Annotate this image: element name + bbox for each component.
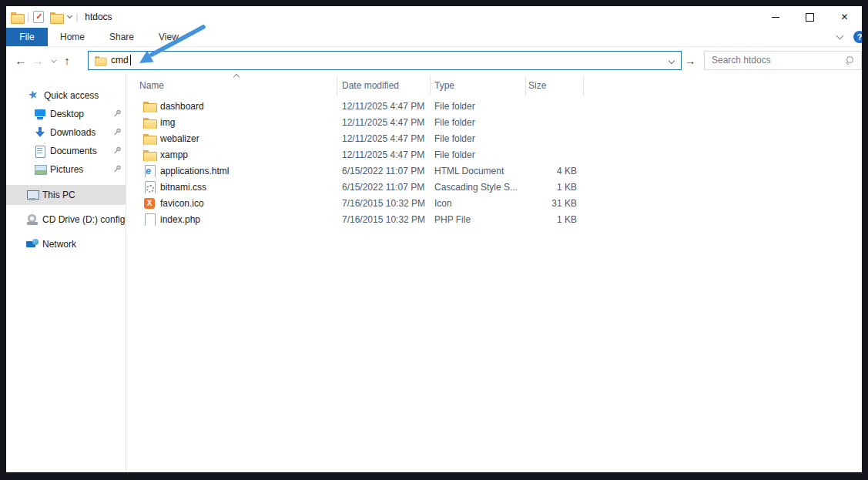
date-modified-cell: 12/11/2025 4:47 PM (337, 117, 431, 128)
sidebar-item-quick-access[interactable]: Quick access (6, 86, 126, 105)
help-icon[interactable]: ? (853, 31, 862, 43)
tab-home[interactable]: Home (48, 28, 97, 46)
column-header-type[interactable]: Type (431, 76, 526, 96)
file-row-dashboard[interactable]: dashboard12/11/2025 4:47 PMFile folder (126, 98, 862, 114)
search-box[interactable]: Search htdocs (704, 51, 862, 70)
date-modified-cell: 12/11/2025 4:47 PM (337, 101, 431, 112)
size-cell: 4 KB (526, 166, 584, 176)
file-row-xampp[interactable]: xampp12/11/2025 4:47 PMFile folder (126, 146, 862, 163)
folder-icon (143, 100, 156, 112)
explorer-window: | | htdocs File Home Share View ? ← → ↑ … (6, 6, 862, 472)
recent-locations-dropdown-icon[interactable] (51, 57, 56, 62)
window-controls (758, 6, 862, 28)
file-row-applications-html[interactable]: applications.html6/15/2022 11:07 PMHTML … (126, 163, 862, 179)
forward-button[interactable]: → (29, 55, 46, 66)
file-row-bitnami-css[interactable]: bitnami.css6/15/2022 11:07 PMCascading S… (126, 179, 862, 195)
column-header-size[interactable]: Size (526, 76, 584, 96)
file-name: favicon.ico (160, 198, 204, 209)
type-cell: File folder (431, 133, 526, 144)
date-modified-cell: 12/11/2025 4:47 PM (337, 133, 431, 144)
sidebar-item-documents[interactable]: Documents (6, 142, 126, 160)
file-name-cell: favicon.ico (126, 197, 337, 210)
sidebar-item-network[interactable]: Network (6, 234, 126, 254)
back-button[interactable]: ← (12, 55, 29, 66)
file-row-index-php[interactable]: index.php7/16/2015 10:32 PMPHP File1 KB (126, 211, 862, 227)
sidebar-item-label: CD Drive (D:) config- (42, 214, 126, 225)
text-cursor (130, 55, 131, 65)
close-button[interactable] (827, 6, 862, 28)
sidebar-item-label: Downloads (50, 127, 96, 138)
file-row-webalizer[interactable]: webalizer12/11/2025 4:47 PMFile folder (126, 130, 862, 146)
window-title: htdocs (85, 12, 112, 22)
file-name: webalizer (160, 133, 199, 144)
file-name: dashboard (160, 101, 204, 112)
file-name-cell: img (126, 116, 337, 129)
file-name-cell: dashboard (126, 100, 337, 112)
type-cell: PHP File (431, 214, 526, 225)
sidebar-item-desktop[interactable]: Desktop (6, 105, 126, 123)
folder-icon (143, 116, 156, 129)
file-row-favicon-ico[interactable]: favicon.ico7/16/2015 10:32 PMIcon31 KB (126, 195, 862, 211)
sidebar-item-this-pc[interactable]: This PC (6, 185, 126, 205)
pictures-icon (34, 163, 46, 176)
sidebar-item-pictures[interactable]: Pictures (6, 160, 126, 179)
titlebar-separator: | (75, 12, 78, 22)
file-name: index.php (160, 214, 200, 225)
file-row-img[interactable]: img12/11/2025 4:47 PMFile folder (126, 114, 862, 130)
address-dropdown-icon[interactable] (669, 57, 675, 63)
sidebar-item-downloads[interactable]: Downloads (6, 123, 126, 142)
size-cell: 31 KB (526, 198, 584, 209)
folder-icon (143, 149, 156, 161)
thispc-icon (26, 189, 39, 201)
column-header-name[interactable]: Name (126, 76, 337, 96)
network-icon (26, 238, 39, 250)
type-cell: File folder (431, 101, 526, 112)
column-header-date-modified[interactable]: Date modified (337, 76, 431, 96)
maximize-button[interactable] (793, 6, 827, 28)
tab-share[interactable]: Share (97, 28, 146, 46)
file-name-cell: bitnami.css (126, 181, 337, 193)
file-rows: dashboard12/11/2025 4:47 PMFile folderim… (126, 98, 862, 227)
file-name-cell: webalizer (126, 133, 337, 145)
type-cell: Cascading Style S... (431, 182, 526, 193)
size-cell: 1 KB (526, 214, 584, 225)
titlebar: | | htdocs (6, 6, 862, 28)
date-modified-cell: 6/15/2022 11:07 PM (337, 166, 431, 176)
titlebar-separator: | (27, 12, 29, 22)
search-icon[interactable] (846, 56, 854, 65)
date-modified-cell: 6/15/2022 11:07 PM (337, 182, 431, 193)
properties-check-icon[interactable] (33, 11, 44, 23)
xampp-favicon-icon (143, 197, 156, 210)
type-cell: File folder (431, 149, 526, 160)
expand-ribbon-icon[interactable] (836, 32, 844, 40)
file-name-cell: applications.html (126, 165, 337, 177)
file-list-panel: Name Date modified Type Size dashboard12… (126, 73, 862, 472)
type-cell: HTML Document (431, 166, 526, 176)
pin-icon (113, 165, 122, 176)
sidebar-item-label: Desktop (50, 109, 84, 119)
pin-icon (113, 109, 122, 120)
file-name: xampp (160, 149, 188, 160)
desktop-icon (34, 108, 46, 120)
up-button[interactable]: ↑ (59, 55, 75, 66)
sidebar-item-label: Network (42, 239, 76, 250)
pin-icon (113, 128, 122, 139)
file-name-cell: xampp (126, 149, 337, 161)
minimize-button[interactable] (758, 6, 793, 28)
tab-file[interactable]: File (6, 28, 48, 46)
date-modified-cell: 12/11/2025 4:47 PM (337, 149, 431, 160)
pin-icon (113, 146, 122, 157)
tab-view[interactable]: View (146, 28, 191, 46)
sidebar-item-cd-drive-d-config[interactable]: CD Drive (D:) config- (6, 210, 126, 230)
date-modified-cell: 7/16/2015 10:32 PM (337, 214, 431, 225)
star-icon (28, 89, 40, 102)
date-modified-cell: 7/16/2015 10:32 PM (337, 198, 431, 209)
sidebar-item-label: This PC (42, 190, 75, 200)
sidebar-item-label: Quick access (44, 90, 99, 101)
file-icon (143, 213, 156, 226)
customize-toolbar-dropdown-icon[interactable] (67, 12, 72, 18)
go-to-button[interactable]: → (682, 54, 699, 67)
address-bar[interactable]: cmd (88, 51, 682, 70)
ribbon-tab-row: File Home Share View ? (6, 28, 862, 47)
new-folder-icon[interactable] (50, 12, 62, 22)
